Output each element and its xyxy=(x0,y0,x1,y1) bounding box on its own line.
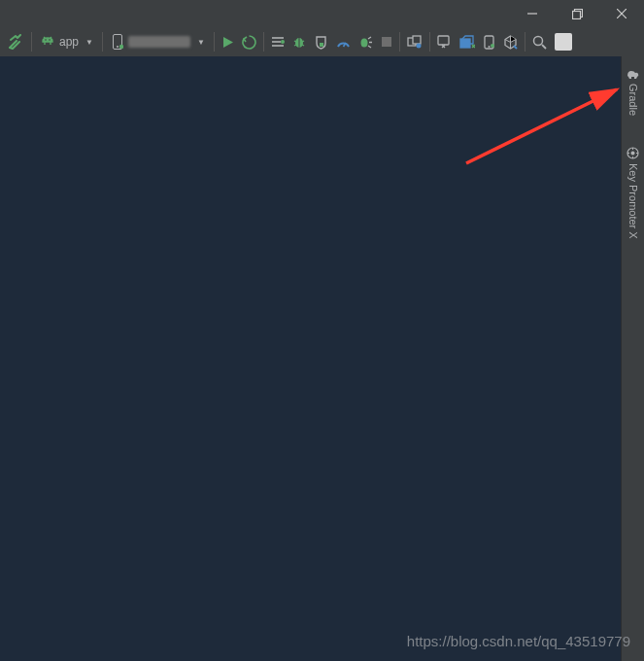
key-icon xyxy=(627,147,639,159)
svg-point-35 xyxy=(631,152,635,156)
activity-button[interactable] xyxy=(267,29,288,54)
phone-icon xyxy=(112,34,123,50)
separator xyxy=(31,32,32,52)
svg-point-31 xyxy=(491,44,494,48)
svg-line-16 xyxy=(302,41,304,42)
separator xyxy=(102,32,103,52)
profile-button[interactable] xyxy=(332,29,355,54)
android-icon xyxy=(41,35,54,49)
gradle-tool-tab[interactable]: Gradle xyxy=(627,62,640,122)
svg-rect-1 xyxy=(572,11,580,18)
svg-point-30 xyxy=(488,46,490,48)
debug-button[interactable] xyxy=(288,29,310,54)
svg-rect-21 xyxy=(382,37,391,47)
apply-changes-button[interactable] xyxy=(238,29,260,54)
editor-area xyxy=(0,56,621,661)
user-button[interactable] xyxy=(551,29,576,54)
sync-button[interactable] xyxy=(403,29,426,54)
sdk-manager-button[interactable] xyxy=(456,29,479,54)
svg-rect-25 xyxy=(438,36,449,45)
avd-manager-button[interactable] xyxy=(433,29,456,54)
elephant-icon xyxy=(627,68,640,80)
svg-point-5 xyxy=(49,39,51,41)
attach-debugger-button[interactable] xyxy=(355,29,377,54)
stop-button[interactable] xyxy=(377,29,396,54)
device-label xyxy=(128,36,190,48)
chevron-down-icon: ▼ xyxy=(85,38,93,47)
svg-line-18 xyxy=(302,45,304,46)
config-label: app xyxy=(59,35,79,49)
run-button[interactable] xyxy=(218,29,238,54)
device-selector[interactable]: ▼ xyxy=(106,30,211,53)
svg-line-17 xyxy=(294,45,296,46)
svg-point-20 xyxy=(360,38,367,47)
tool-tab-label: Key Promoter X xyxy=(627,163,639,239)
layout-inspector-button[interactable] xyxy=(479,29,499,54)
svg-rect-23 xyxy=(413,36,421,44)
main-toolbar: app ▼ ▼ xyxy=(0,27,644,56)
right-tool-bar: Gradle Key Promoter X xyxy=(621,56,644,661)
tool-tab-label: Gradle xyxy=(627,84,639,116)
svg-point-24 xyxy=(416,44,421,49)
separator xyxy=(399,32,400,52)
close-button[interactable] xyxy=(599,0,644,27)
watermark-text: https://blog.csdn.net/qq_43519779 xyxy=(407,633,630,649)
svg-point-12 xyxy=(281,40,285,44)
minimize-button[interactable] xyxy=(510,0,555,27)
run-config-selector[interactable]: app ▼ xyxy=(35,30,99,53)
svg-point-7 xyxy=(117,46,119,48)
chevron-down-icon: ▼ xyxy=(197,38,205,47)
svg-rect-28 xyxy=(460,39,470,48)
titlebar xyxy=(0,0,644,27)
key-promoter-tool-tab[interactable]: Key Promoter X xyxy=(627,141,639,245)
maximize-button[interactable] xyxy=(555,0,599,27)
build-button[interactable] xyxy=(4,29,28,54)
search-button[interactable] xyxy=(528,29,551,54)
svg-point-32 xyxy=(533,36,542,45)
svg-point-8 xyxy=(119,45,123,49)
separator xyxy=(525,32,525,52)
svg-point-4 xyxy=(45,39,47,41)
resource-manager-button[interactable] xyxy=(499,29,522,54)
coverage-button[interactable] xyxy=(310,29,332,54)
svg-line-15 xyxy=(294,41,296,42)
separator xyxy=(263,32,264,52)
separator xyxy=(214,32,215,52)
svg-line-33 xyxy=(542,45,546,49)
separator xyxy=(429,32,430,52)
